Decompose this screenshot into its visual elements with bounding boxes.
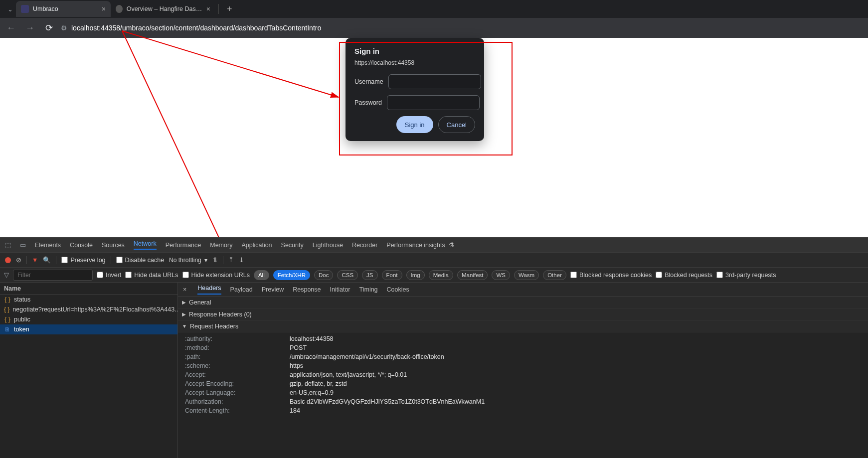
device-toggle-icon[interactable]: ▭ <box>20 241 26 249</box>
header-key: :method: <box>185 344 290 351</box>
back-button[interactable]: ← <box>4 23 18 33</box>
devtools-tab-perf-insights[interactable]: Performance insights ⚗ <box>386 241 455 249</box>
site-info-icon[interactable]: ⚙ <box>61 24 67 32</box>
header-row: Accept-Encoding: gzip, deflate, br, zstd <box>178 379 868 388</box>
header-val: localhost:44358 <box>290 335 334 342</box>
forward-button[interactable]: → <box>23 23 37 33</box>
request-row[interactable]: { } public <box>0 314 177 324</box>
browser-tab-secondary[interactable]: Overview – Hangfire Dashboard × <box>111 1 215 17</box>
devtools-tab-network[interactable]: Network <box>134 240 157 250</box>
header-row: :path: /umbraco/management/api/v1/securi… <box>178 352 868 361</box>
username-input[interactable] <box>388 74 481 89</box>
throttling-select[interactable]: No throttling ▾ <box>169 257 207 264</box>
type-chip-manifest[interactable]: Manifest <box>457 270 488 280</box>
cancel-button[interactable]: Cancel <box>438 116 475 133</box>
close-icon[interactable]: × <box>206 5 210 12</box>
blocked-cookies-checkbox[interactable]: Blocked response cookies <box>570 272 652 279</box>
detail-tab-headers[interactable]: Headers <box>197 285 221 295</box>
devtools-panel: ⬚ ▭ Elements Console Sources Network Per… <box>0 237 868 458</box>
header-val: https <box>290 362 303 369</box>
close-details-icon[interactable]: × <box>183 286 186 293</box>
address-bar[interactable]: ⚙ localhost:44358/umbraco/section/conten… <box>61 24 321 32</box>
browser-tab-strip: ⌄ Umbraco × Overview – Hangfire Dashboar… <box>0 0 868 18</box>
invert-checkbox[interactable]: Invert <box>97 272 121 279</box>
section-response-headers[interactable]: ▶ Response Headers (0) <box>178 308 868 320</box>
devtools-tab-console[interactable]: Console <box>70 242 93 249</box>
devtools-tab-memory[interactable]: Memory <box>210 242 232 249</box>
type-chip-font[interactable]: Font <box>382 270 402 280</box>
third-party-checkbox[interactable]: 3rd-party requests <box>716 272 776 279</box>
section-general[interactable]: ▶ General <box>178 297 868 308</box>
disable-cache-checkbox[interactable]: Disable cache <box>116 257 165 264</box>
filter-input[interactable] <box>13 270 93 281</box>
devtools-tab-application[interactable]: Application <box>241 242 272 249</box>
flask-icon: ⚗ <box>449 242 455 249</box>
detail-tab-initiator[interactable]: Initiator <box>330 286 350 293</box>
devtools-tab-sources[interactable]: Sources <box>102 242 125 249</box>
detail-tab-response[interactable]: Response <box>293 286 321 293</box>
tab-search-icon[interactable]: ⌄ <box>4 5 16 13</box>
type-chip-js[interactable]: JS <box>362 270 377 280</box>
detail-tab-preview[interactable]: Preview <box>262 286 284 293</box>
type-chip-doc[interactable]: Doc <box>314 270 333 280</box>
inspect-icon[interactable]: ⬚ <box>5 241 11 249</box>
request-name: negotiate?requestUrl=https%3A%2F%2Flocal… <box>12 306 177 313</box>
close-icon[interactable]: × <box>102 5 106 12</box>
request-list-header[interactable]: Name <box>0 283 177 295</box>
type-chip-img[interactable]: Img <box>406 270 425 280</box>
chevron-down-icon: ▾ <box>204 257 207 264</box>
password-label: Password <box>354 99 382 106</box>
hide-ext-urls-checkbox[interactable]: Hide extension URLs <box>182 272 250 279</box>
preserve-log-checkbox[interactable]: Preserve log <box>61 257 105 264</box>
type-chip-fetchxhr[interactable]: Fetch/XHR <box>273 270 310 280</box>
export-har-icon[interactable]: ⤓ <box>239 256 244 264</box>
type-chip-all[interactable]: All <box>254 270 269 280</box>
header-row: :scheme: https <box>178 361 868 370</box>
request-headers-table: :authority: localhost:44358 :method: POS… <box>178 332 868 420</box>
detail-tab-payload[interactable]: Payload <box>230 286 253 293</box>
type-chip-ws[interactable]: WS <box>492 270 510 280</box>
devtools-tab-security[interactable]: Security <box>281 242 304 249</box>
detail-tab-timing[interactable]: Timing <box>359 286 378 293</box>
header-row: Content-Length: 184 <box>178 406 868 415</box>
request-row[interactable]: { } status <box>0 295 177 305</box>
devtools-tab-lighthouse[interactable]: Lighthouse <box>313 242 343 249</box>
blocked-requests-checkbox[interactable]: Blocked requests <box>656 272 712 279</box>
record-icon[interactable] <box>5 257 11 263</box>
search-icon[interactable]: 🔍 <box>43 256 51 264</box>
new-tab-button[interactable]: + <box>222 4 237 14</box>
request-name: token <box>14 326 29 333</box>
import-har-icon[interactable]: ⤒ <box>228 256 234 264</box>
network-conditions-icon[interactable]: ⥮ <box>212 256 218 264</box>
favicon-icon <box>21 5 29 13</box>
browser-tab-active[interactable]: Umbraco × <box>16 1 111 17</box>
header-row-authorization: Authorization: Basic d2VibWFzdGVyQGFzdHJ… <box>178 397 868 406</box>
signin-button[interactable]: Sign in <box>396 116 433 133</box>
request-list: Name { } status { } negotiate?requestUrl… <box>0 283 178 458</box>
devtools-tab-performance[interactable]: Performance <box>166 242 201 249</box>
filter-toggle-icon[interactable]: ▼ <box>32 257 38 264</box>
dialog-origin: https://localhost:44358 <box>354 59 475 66</box>
request-row[interactable]: { } negotiate?requestUrl=https%3A%2F%2Fl… <box>0 305 177 314</box>
header-val: POST <box>290 344 307 351</box>
type-chip-other[interactable]: Other <box>543 270 566 280</box>
request-name: public <box>14 316 30 323</box>
type-chip-wasm[interactable]: Wasm <box>514 270 539 280</box>
header-key: Accept: <box>185 371 290 378</box>
reload-button[interactable]: ⟳ <box>42 22 56 33</box>
section-request-headers[interactable]: ▼ Request Headers <box>178 320 868 332</box>
request-row[interactable]: 🗎 token <box>0 324 177 334</box>
devtools-tab-elements[interactable]: Elements <box>35 242 61 249</box>
password-input[interactable] <box>387 95 480 110</box>
favicon-icon <box>116 5 123 13</box>
devtools-tab-recorder[interactable]: Recorder <box>352 242 377 249</box>
hide-data-urls-checkbox[interactable]: Hide data URLs <box>125 272 178 279</box>
chevron-down-icon: ▼ <box>182 323 187 329</box>
dialog-title: Sign in <box>354 47 475 55</box>
request-name: status <box>14 296 30 303</box>
clear-icon[interactable]: ⊘ <box>16 256 21 264</box>
detail-tab-cookies[interactable]: Cookies <box>387 286 409 293</box>
type-chip-css[interactable]: CSS <box>337 270 358 280</box>
xhr-icon: { } <box>4 296 11 303</box>
type-chip-media[interactable]: Media <box>429 270 453 280</box>
